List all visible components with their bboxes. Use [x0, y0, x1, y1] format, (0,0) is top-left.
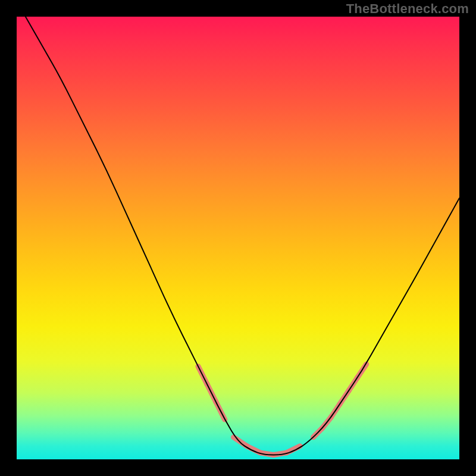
- svg-line-7: [287, 446, 300, 453]
- plot-area: [17, 17, 459, 459]
- watermark-label: TheBottleneck.com: [346, 1, 469, 17]
- bottleneck-curve: [26, 17, 459, 455]
- curve-layer: [17, 17, 459, 459]
- chart-frame: TheBottleneck.com: [0, 0, 476, 476]
